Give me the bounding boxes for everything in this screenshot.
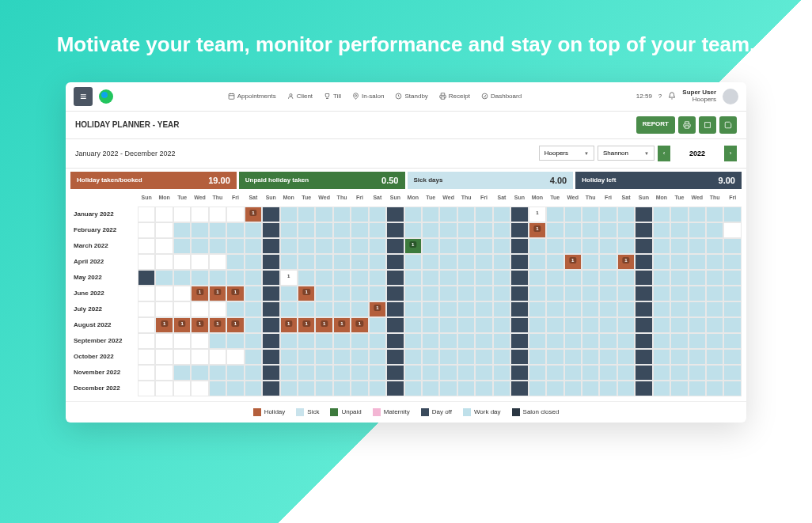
day-cell[interactable] (262, 317, 279, 333)
day-cell[interactable] (635, 270, 652, 286)
day-cell[interactable] (209, 222, 226, 238)
day-cell[interactable] (670, 286, 688, 301)
day-cell[interactable] (653, 301, 670, 317)
day-cell[interactable] (653, 333, 670, 349)
day-cell[interactable] (723, 286, 741, 301)
day-cell[interactable]: 1 (226, 286, 244, 301)
day-cell[interactable] (723, 365, 741, 381)
day-cell[interactable] (155, 254, 173, 270)
day-cell[interactable] (493, 301, 510, 317)
day-cell[interactable]: 1 (333, 317, 351, 333)
day-cell[interactable] (706, 349, 723, 365)
day-cell[interactable] (369, 286, 386, 301)
day-cell[interactable] (475, 254, 492, 270)
day-cell[interactable] (333, 207, 351, 222)
day-cell[interactable] (457, 238, 475, 254)
day-cell[interactable] (617, 317, 635, 333)
day-cell[interactable] (510, 381, 528, 396)
year-prev-button[interactable]: ‹ (658, 146, 670, 161)
day-cell[interactable] (670, 317, 688, 333)
day-cell[interactable] (689, 365, 706, 381)
day-cell[interactable] (173, 286, 191, 301)
day-cell[interactable] (689, 207, 706, 222)
day-cell[interactable] (439, 222, 457, 238)
day-cell[interactable] (422, 270, 439, 286)
day-cell[interactable] (209, 333, 226, 349)
day-cell[interactable] (280, 381, 298, 396)
day-cell[interactable] (510, 207, 528, 222)
day-cell[interactable] (529, 333, 546, 349)
nav-insalon[interactable]: In-salon (352, 93, 384, 100)
day-cell[interactable] (226, 207, 244, 222)
day-cell[interactable] (315, 238, 332, 254)
day-cell[interactable] (315, 301, 332, 317)
day-cell[interactable]: 1 (209, 286, 226, 301)
day-cell[interactable] (653, 270, 670, 286)
day-cell[interactable] (564, 270, 582, 286)
day-cell[interactable] (546, 365, 563, 381)
day-cell[interactable] (298, 381, 315, 396)
day-cell[interactable] (138, 254, 155, 270)
day-cell[interactable] (689, 286, 706, 301)
day-cell[interactable] (191, 365, 208, 381)
day-cell[interactable] (564, 301, 582, 317)
day-cell[interactable] (689, 349, 706, 365)
day-cell[interactable] (245, 381, 262, 396)
day-cell[interactable] (635, 381, 652, 396)
day-cell[interactable] (173, 333, 191, 349)
day-cell[interactable] (138, 238, 155, 254)
day-cell[interactable] (386, 286, 404, 301)
day-cell[interactable] (510, 238, 528, 254)
day-cell[interactable] (155, 238, 173, 254)
day-cell[interactable] (582, 317, 599, 333)
day-cell[interactable] (226, 270, 244, 286)
day-cell[interactable] (422, 238, 439, 254)
day-cell[interactable] (226, 349, 244, 365)
day-cell[interactable] (173, 254, 191, 270)
day-cell[interactable] (689, 254, 706, 270)
day-cell[interactable] (333, 349, 351, 365)
day-cell[interactable] (386, 254, 404, 270)
day-cell[interactable] (635, 301, 652, 317)
day-cell[interactable] (209, 349, 226, 365)
day-cell[interactable] (457, 301, 475, 317)
day-cell[interactable] (564, 317, 582, 333)
day-cell[interactable] (226, 254, 244, 270)
day-cell[interactable] (510, 286, 528, 301)
day-cell[interactable] (369, 317, 386, 333)
day-cell[interactable] (173, 222, 191, 238)
day-cell[interactable] (262, 238, 279, 254)
day-cell[interactable] (191, 270, 208, 286)
day-cell[interactable] (582, 301, 599, 317)
day-cell[interactable] (706, 270, 723, 286)
day-cell[interactable] (298, 222, 315, 238)
day-cell[interactable] (546, 238, 563, 254)
day-cell[interactable] (226, 381, 244, 396)
day-cell[interactable] (209, 207, 226, 222)
day-cell[interactable] (493, 222, 510, 238)
day-cell[interactable] (475, 222, 492, 238)
day-cell[interactable]: 1 (404, 238, 422, 254)
day-cell[interactable] (529, 317, 546, 333)
day-cell[interactable]: 1 (315, 317, 332, 333)
day-cell[interactable] (529, 349, 546, 365)
day-cell[interactable] (333, 365, 351, 381)
day-cell[interactable] (493, 349, 510, 365)
day-cell[interactable] (386, 238, 404, 254)
day-cell[interactable] (670, 222, 688, 238)
day-cell[interactable] (582, 286, 599, 301)
day-cell[interactable] (493, 270, 510, 286)
day-cell[interactable] (439, 207, 457, 222)
day-cell[interactable] (155, 222, 173, 238)
day-cell[interactable] (298, 254, 315, 270)
day-cell[interactable] (546, 381, 563, 396)
day-cell[interactable] (245, 254, 262, 270)
day-cell[interactable]: 1 (173, 317, 191, 333)
day-cell[interactable] (245, 365, 262, 381)
day-cell[interactable] (457, 207, 475, 222)
day-cell[interactable] (475, 270, 492, 286)
day-cell[interactable] (333, 333, 351, 349)
day-cell[interactable] (280, 301, 298, 317)
day-cell[interactable] (386, 207, 404, 222)
day-cell[interactable] (653, 254, 670, 270)
